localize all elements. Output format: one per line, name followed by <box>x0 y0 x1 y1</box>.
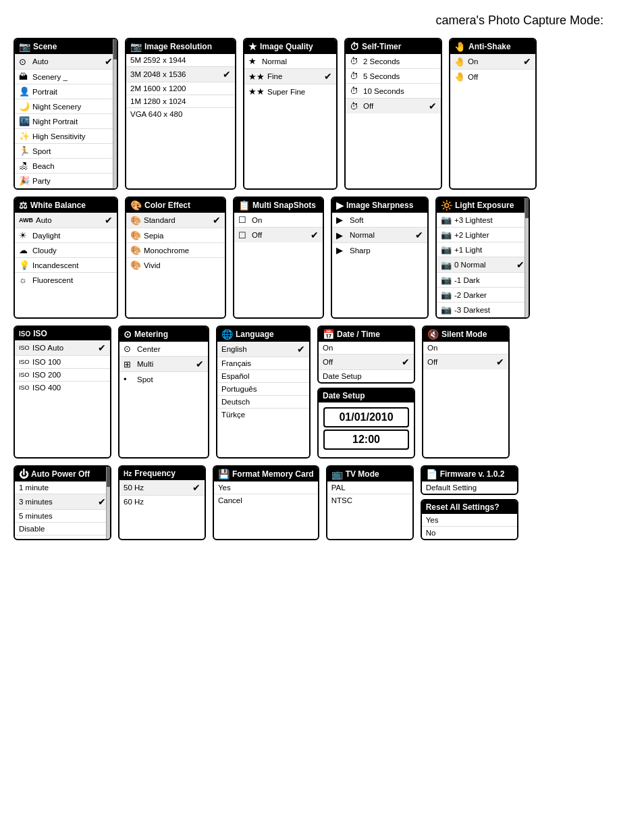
list-item[interactable]: ⏱ Off ✔ <box>346 99 441 113</box>
list-item[interactable]: 🎨 Sepia <box>126 228 225 243</box>
list-item[interactable]: 🌙 Night Scenery <box>15 99 117 114</box>
list-item[interactable]: 50 Hz ✔ <box>119 480 205 496</box>
list-item[interactable]: ▶ Normal ✔ <box>332 228 427 243</box>
list-item[interactable]: ☐ On <box>234 213 323 228</box>
scene-header: 📷 Scene <box>15 39 117 54</box>
list-item[interactable]: • Spot <box>119 372 208 386</box>
list-item[interactable]: ★★ Fine ✔ <box>244 69 336 84</box>
checkmark-icon: ✔ <box>223 69 231 80</box>
self-timer-header: ⏱ Self-Timer <box>346 39 441 54</box>
list-item[interactable]: 🏃 Sport <box>15 144 117 159</box>
list-item[interactable]: 🏔 Scenery _ <box>15 70 117 84</box>
reset-all-menu: Reset All Settings? Yes No <box>421 499 518 540</box>
list-item[interactable]: Off ✔ <box>319 355 414 370</box>
scrollbar[interactable] <box>106 467 110 539</box>
list-item[interactable]: 1 minute <box>15 481 110 494</box>
anti-shake-header: 🤚 Anti-Shake <box>450 39 535 54</box>
list-item[interactable]: 👤 Portrait <box>15 84 117 99</box>
list-item[interactable]: Yes <box>214 481 318 494</box>
list-item[interactable]: 3 minutes ✔ <box>15 494 110 510</box>
scrollbar[interactable] <box>525 198 529 317</box>
list-item[interactable]: 📷 0 Normal ✔ <box>437 257 529 273</box>
list-item[interactable]: ☐ Off ✔ <box>234 228 323 242</box>
list-item[interactable]: 🎨 Monochrome <box>126 243 225 258</box>
item-label: VGA 640 x 480 <box>130 110 182 118</box>
list-item[interactable]: ▶ Soft <box>332 213 427 228</box>
silent-mode-header: 🔇 Silent Mode <box>423 327 508 342</box>
list-item[interactable]: Cancel <box>214 494 318 506</box>
list-item[interactable]: 📷 +1 Light <box>437 242 529 257</box>
list-item[interactable]: 📷 +2 Lighter <box>437 228 529 242</box>
item-label: Default Setting <box>426 484 477 492</box>
list-item[interactable]: 5 minutes <box>15 510 110 523</box>
list-item[interactable]: ⊙ Auto ✔ <box>15 54 117 70</box>
list-item[interactable]: 📷 +3 Lightest <box>437 213 529 228</box>
list-item[interactable]: 🎨 Vivid <box>126 258 225 272</box>
list-item[interactable]: 60 Hz <box>119 496 205 508</box>
plus3-icon: 📷 <box>441 215 452 225</box>
list-item[interactable]: 🤚 Off <box>450 70 535 84</box>
list-item[interactable]: 💡 Incandescent <box>15 258 117 273</box>
list-item[interactable]: 📷 -1 Dark <box>437 273 529 288</box>
color-effect-header: 🎨 Color Effect <box>126 198 225 213</box>
list-item[interactable]: ⏱ 10 Seconds <box>346 84 441 99</box>
list-item[interactable]: ✨ High Sensitivity <box>15 129 117 144</box>
list-item[interactable]: Off ✔ <box>423 355 508 369</box>
list-item[interactable]: 5M 2592 x 1944 <box>126 54 235 67</box>
list-item[interactable]: ☁ Cloudy <box>15 243 117 258</box>
list-item[interactable]: ★★ Super Fine <box>244 84 336 99</box>
item-label: Off <box>427 358 437 366</box>
list-item[interactable]: Default Setting <box>422 481 517 494</box>
plus1-icon: 📷 <box>441 244 452 255</box>
list-item[interactable]: Français <box>217 357 309 370</box>
auto-power-off-menu: ⏻ Auto Power Off 1 minute 3 minutes ✔ 5 … <box>14 465 111 540</box>
sharpness-icon: ▶ <box>336 200 344 211</box>
list-item[interactable]: Disable <box>15 523 110 536</box>
list-item[interactable]: 🎉 Party <box>15 174 117 188</box>
fluorescent-icon: ☼ <box>19 275 30 285</box>
list-item[interactable]: 🌃 Night Portrait <box>15 114 117 129</box>
list-item[interactable]: ★ Normal <box>244 54 336 69</box>
list-item[interactable]: On <box>319 342 414 355</box>
list-item[interactable]: ISO ISO Auto ✔ <box>15 340 110 356</box>
list-item[interactable]: ▶ Sharp <box>332 243 427 257</box>
item-label: 1M 1280 x 1024 <box>130 97 186 105</box>
list-item[interactable]: Español <box>217 370 309 383</box>
color-title: Color Effect <box>144 201 190 210</box>
list-item[interactable]: 📷 -3 Darkest <box>437 303 529 317</box>
list-item[interactable]: ☼ Fluorescent <box>15 273 117 287</box>
list-item[interactable]: ☀ Daylight <box>15 228 117 243</box>
list-item[interactable]: Deutsch <box>217 396 309 409</box>
list-item[interactable]: 📷 -2 Darker <box>437 288 529 303</box>
list-item[interactable]: 3M 2048 x 1536 ✔ <box>126 67 235 82</box>
list-item[interactable]: Date Setup <box>319 370 414 382</box>
list-item[interactable]: AWB Auto ✔ <box>15 213 117 228</box>
list-item[interactable]: On <box>423 342 508 355</box>
list-item[interactable]: ⊙ Center <box>119 342 208 357</box>
list-item[interactable]: 🎨 Standard ✔ <box>126 213 225 228</box>
time-value: 12:00 <box>323 429 409 450</box>
list-item[interactable]: 1M 1280 x 1024 <box>126 95 235 108</box>
list-item[interactable]: ⊞ Multi ✔ <box>119 357 208 372</box>
list-item[interactable]: NTSC <box>327 494 412 506</box>
list-item[interactable]: Yes <box>422 514 517 527</box>
list-item[interactable]: 🏖 Beach <box>15 159 117 174</box>
list-item[interactable]: PAL <box>327 481 412 494</box>
off-timer-icon: ⏱ <box>350 101 360 111</box>
list-item[interactable]: ⏱ 2 Seconds <box>346 54 441 69</box>
normal-sharp-icon: ▶ <box>336 230 347 240</box>
scrollbar[interactable] <box>113 39 117 188</box>
item-label: Soft <box>350 216 363 224</box>
list-item[interactable]: VGA 640 x 480 <box>126 108 235 120</box>
item-label: Deutsch <box>221 398 250 406</box>
list-item[interactable]: English ✔ <box>217 342 309 357</box>
list-item[interactable]: ⏱ 5 Seconds <box>346 69 441 84</box>
list-item[interactable]: No <box>422 527 517 539</box>
list-item[interactable]: ISO ISO 200 <box>15 369 110 382</box>
list-item[interactable]: Português <box>217 383 309 396</box>
list-item[interactable]: 2M 1600 x 1200 <box>126 82 235 95</box>
list-item[interactable]: ISO ISO 400 <box>15 382 110 394</box>
list-item[interactable]: 🤚 On ✔ <box>450 54 535 70</box>
list-item[interactable]: Türkçe <box>217 409 309 421</box>
list-item[interactable]: ISO ISO 100 <box>15 356 110 369</box>
